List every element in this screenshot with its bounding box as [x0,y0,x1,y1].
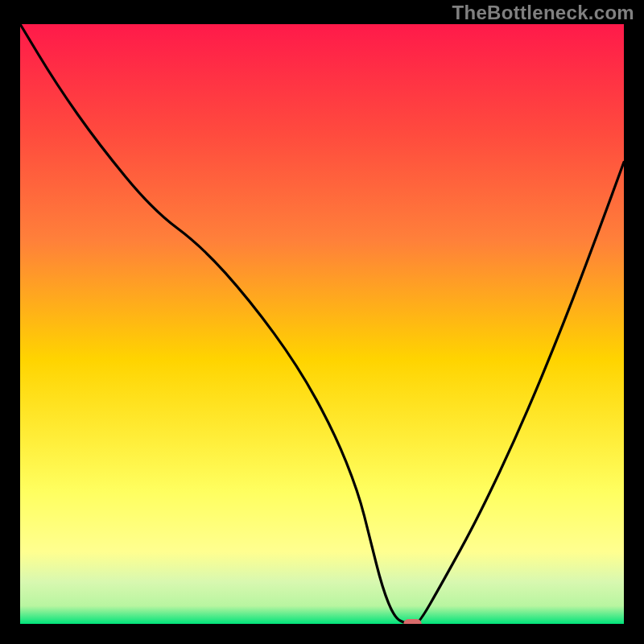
optimal-marker [403,619,422,624]
watermark-label: TheBottleneck.com [452,2,634,24]
gradient-background [20,24,624,624]
chart-svg [20,24,624,624]
chart-container: TheBottleneck.com [0,0,644,644]
plot-area [20,24,624,624]
